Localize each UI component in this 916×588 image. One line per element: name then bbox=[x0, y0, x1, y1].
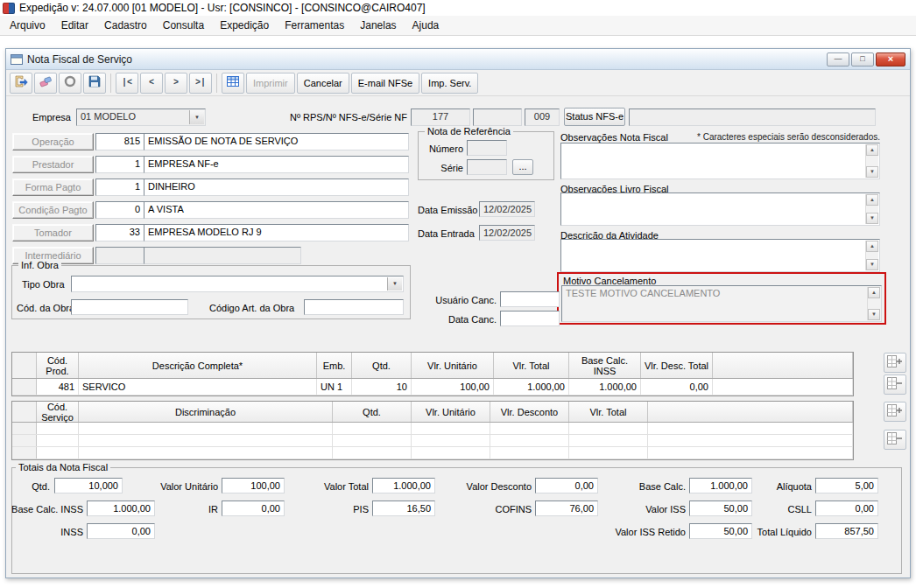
menu-janelas[interactable]: Janelas bbox=[352, 16, 404, 35]
scrollbar[interactable]: ▲▼ bbox=[867, 287, 880, 320]
menu-cadastro[interactable]: Cadastro bbox=[96, 16, 155, 35]
cod-obra-field[interactable] bbox=[71, 299, 188, 315]
menu-ajuda[interactable]: Ajuda bbox=[405, 16, 447, 35]
cod-art-obra-field[interactable] bbox=[304, 299, 404, 315]
tipo-obra-combo[interactable]: ▼ bbox=[71, 276, 404, 292]
header-emb[interactable]: Emb. bbox=[317, 353, 352, 378]
scroll-down-icon[interactable]: ▼ bbox=[868, 309, 880, 320]
data-canc-field[interactable] bbox=[500, 311, 560, 326]
service-add-row-button[interactable] bbox=[884, 402, 906, 422]
condicao-pagto-button[interactable]: Condição Pagto bbox=[12, 201, 94, 219]
forma-pagto-button[interactable]: Forma Pagto bbox=[12, 178, 94, 196]
service-row-empty[interactable] bbox=[12, 423, 853, 435]
ir-field[interactable]: 0,00 bbox=[222, 500, 285, 516]
service-remove-row-button[interactable] bbox=[884, 430, 906, 450]
record-button[interactable] bbox=[59, 73, 81, 94]
header-vlr-unitario[interactable]: Vlr. Unitário bbox=[412, 402, 490, 422]
scroll-down-icon[interactable]: ▼ bbox=[866, 213, 878, 224]
scroll-up-icon[interactable]: ▲ bbox=[868, 287, 880, 298]
header-vlr-total[interactable]: Vlr. Total bbox=[494, 353, 569, 378]
close-button[interactable]: × bbox=[876, 52, 905, 66]
serie-field[interactable] bbox=[467, 159, 507, 175]
data-emissao-field[interactable]: 12/02/2025 bbox=[479, 201, 535, 217]
numero-field[interactable] bbox=[467, 140, 507, 156]
tomador-button[interactable]: Tomador bbox=[12, 224, 94, 242]
nav-next-button[interactable]: > bbox=[165, 73, 187, 94]
num-rps-field[interactable]: 177 bbox=[411, 108, 470, 126]
scroll-up-icon[interactable]: ▲ bbox=[866, 194, 878, 206]
valor-total-field[interactable]: 1.000,00 bbox=[372, 478, 435, 494]
cofins-field[interactable]: 76,00 bbox=[535, 500, 598, 516]
product-row[interactable]: 481 SERVICO UN 1 10 100,00 1.000,00 1.00… bbox=[12, 379, 853, 396]
menu-arquivo[interactable]: Arquivo bbox=[2, 16, 53, 35]
header-base-calc-inss[interactable]: Base Calc. INSS bbox=[569, 353, 641, 378]
menu-ferramentas[interactable]: Ferramentas bbox=[277, 16, 352, 35]
scroll-up-icon[interactable]: ▲ bbox=[866, 241, 878, 252]
scroll-up-icon[interactable]: ▲ bbox=[866, 144, 878, 156]
serie-browse-button[interactable]: ... bbox=[512, 159, 533, 175]
prestador-button[interactable]: Prestador bbox=[12, 156, 94, 173]
qtd-total-field[interactable]: 10,000 bbox=[54, 478, 123, 494]
base-calc-inss-field[interactable]: 1.000,00 bbox=[87, 500, 155, 516]
header-descricao[interactable]: Descrição Completa* bbox=[79, 353, 317, 378]
imprimir-button[interactable]: Imprimir bbox=[246, 73, 295, 94]
header-qtd[interactable]: Qtd. bbox=[333, 402, 412, 422]
operacao-button[interactable]: Operação bbox=[12, 133, 94, 150]
menu-editar[interactable]: Editar bbox=[53, 16, 96, 35]
chevron-down-icon[interactable]: ▼ bbox=[189, 110, 204, 124]
data-entrada-field[interactable]: 12/02/2025 bbox=[479, 225, 535, 241]
nav-first-button[interactable]: |< bbox=[116, 73, 138, 94]
menu-expedicao[interactable]: Expedição bbox=[212, 16, 277, 35]
forma-pagto-desc-field[interactable]: DINHEIRO bbox=[144, 178, 409, 196]
serie-nf-field[interactable]: 009 bbox=[525, 108, 560, 126]
exit-button[interactable] bbox=[10, 73, 32, 94]
product-remove-row-button[interactable] bbox=[884, 374, 906, 395]
valor-desconto-field[interactable]: 0,00 bbox=[535, 478, 598, 494]
base-calc-field[interactable]: 1.000,00 bbox=[689, 478, 752, 494]
obs-nota-fiscal-memo[interactable]: ▲▼ bbox=[560, 143, 880, 179]
motivo-cancelamento-memo[interactable]: TESTE MOTIVO CANCELAMENTO ▲▼ bbox=[561, 285, 882, 322]
total-liquido-field[interactable]: 857,50 bbox=[815, 523, 878, 539]
pis-field[interactable]: 16,50 bbox=[372, 500, 435, 516]
aliquota-field[interactable]: 5,00 bbox=[815, 478, 878, 494]
menu-consulta[interactable]: Consulta bbox=[155, 16, 212, 35]
save-button[interactable] bbox=[83, 73, 106, 94]
header-qtd[interactable]: Qtd. bbox=[352, 353, 412, 378]
intermediario-desc-field[interactable] bbox=[144, 247, 301, 264]
status-nfse-button[interactable]: Status NFS-e bbox=[564, 108, 625, 126]
condicao-pagto-code-field[interactable]: 0 bbox=[95, 201, 144, 219]
nav-prev-button[interactable]: < bbox=[140, 73, 163, 94]
header-vlr-desconto[interactable]: Vlr. Desconto bbox=[490, 402, 569, 422]
nav-last-button[interactable]: >| bbox=[189, 73, 212, 94]
operacao-desc-field[interactable]: EMISSÃO DE NOTA DE SERVIÇO bbox=[144, 133, 409, 150]
valor-iss-field[interactable]: 50,00 bbox=[689, 500, 752, 516]
header-cod-servico[interactable]: Cód. Serviço bbox=[37, 402, 79, 422]
descricao-atividade-memo[interactable]: ▲▼ bbox=[560, 239, 880, 272]
tomador-desc-field[interactable]: EMPRESA MODELO RJ 9 bbox=[144, 224, 409, 242]
status-nfse-field[interactable] bbox=[629, 108, 876, 126]
header-vlr-unitario[interactable]: Vlr. Unitário bbox=[412, 353, 494, 378]
header-vlr-total[interactable]: Vlr. Total bbox=[569, 402, 648, 422]
product-add-row-button[interactable] bbox=[884, 353, 906, 373]
tomador-code-field[interactable]: 33 bbox=[95, 224, 144, 242]
cancelar-button[interactable]: Cancelar bbox=[297, 73, 349, 94]
header-discriminacao[interactable]: Discriminação bbox=[79, 402, 333, 422]
prestador-code-field[interactable]: 1 bbox=[95, 156, 144, 173]
minimize-button[interactable]: — bbox=[827, 52, 849, 66]
intermediario-code-field[interactable] bbox=[95, 247, 144, 264]
empresa-combo[interactable]: 01 MODELO▼ bbox=[76, 108, 206, 126]
email-nfse-button[interactable]: E-mail NFSe bbox=[351, 73, 419, 94]
scrollbar[interactable]: ▲▼ bbox=[865, 241, 878, 270]
prestador-desc-field[interactable]: EMPRESA NF-e bbox=[144, 156, 409, 173]
scrollbar[interactable]: ▲▼ bbox=[865, 144, 878, 178]
browse-grid-button[interactable] bbox=[222, 73, 244, 94]
condicao-pagto-desc-field[interactable]: A VISTA bbox=[144, 201, 409, 219]
header-cod-prod[interactable]: Cód. Prod. bbox=[37, 353, 79, 378]
scroll-down-icon[interactable]: ▼ bbox=[866, 259, 878, 270]
service-row-empty[interactable] bbox=[12, 447, 853, 459]
maximize-button[interactable]: □ bbox=[851, 52, 874, 66]
scrollbar[interactable]: ▲▼ bbox=[865, 194, 878, 224]
valor-unitario-field[interactable]: 100,00 bbox=[222, 478, 285, 494]
chevron-down-icon[interactable]: ▼ bbox=[387, 277, 402, 290]
service-row-empty[interactable] bbox=[12, 435, 853, 447]
